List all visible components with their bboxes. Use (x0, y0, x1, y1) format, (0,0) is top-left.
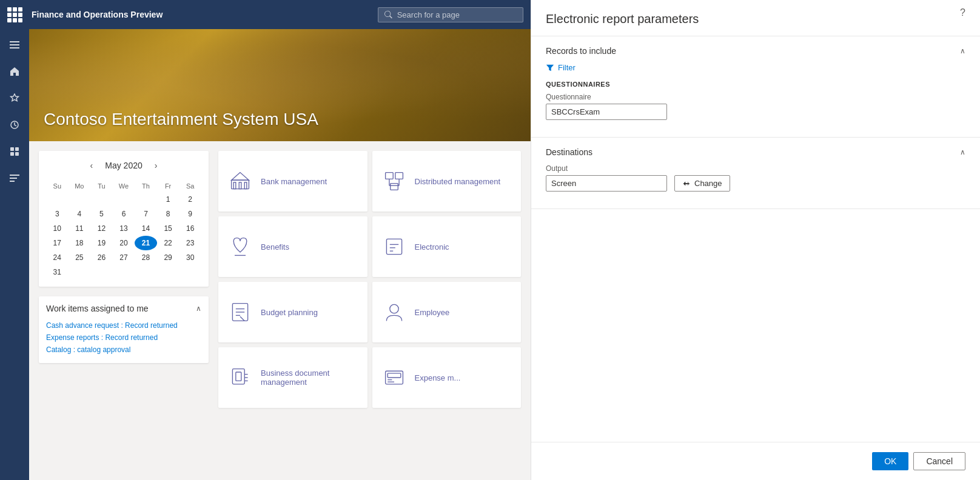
calendar-day[interactable]: 24 (46, 250, 69, 265)
calendar-day[interactable]: 31 (46, 265, 69, 279)
calendar-day[interactable]: 17 (46, 236, 69, 250)
home-icon[interactable] (4, 61, 25, 82)
favorites-icon[interactable] (4, 87, 25, 109)
calendar-day[interactable]: 15 (157, 221, 180, 236)
module-tile-employee[interactable]: Employee (372, 282, 522, 342)
calendar-day[interactable]: 21 (135, 236, 157, 250)
filter-link[interactable]: Filter (546, 63, 965, 72)
svg-rect-15 (244, 182, 247, 189)
work-item-link[interactable]: Cash advance request : Record returned (46, 319, 201, 332)
module-tile-distributed-management[interactable]: Distributed management (372, 151, 522, 212)
records-collapse-button[interactable]: ∧ (960, 47, 965, 55)
questionnaire-field-group: Questionnaire (546, 93, 965, 120)
calendar-day[interactable]: 22 (157, 236, 180, 250)
output-input[interactable] (546, 175, 667, 192)
module-tile-business-document-management[interactable]: Business document management (218, 347, 368, 408)
module-tile-expense-management[interactable]: Expense m... (372, 347, 522, 408)
workspaces-icon[interactable] (4, 141, 25, 162)
employee-icon (382, 300, 406, 324)
calendar-day[interactable]: 26 (90, 250, 113, 265)
svg-rect-14 (239, 182, 241, 189)
questionnaire-label: Questionnaire (546, 93, 965, 101)
calendar-day[interactable]: 13 (113, 221, 135, 236)
calendar-day-header: Mo (69, 180, 91, 192)
recent-icon[interactable] (4, 114, 25, 136)
questionnaire-input[interactable] (546, 104, 667, 120)
apps-grid-icon[interactable] (7, 7, 22, 22)
calendar-day[interactable]: 23 (179, 236, 201, 250)
calendar-day[interactable]: 14 (135, 221, 157, 236)
panel-title: Electronic report parameters (546, 12, 965, 26)
work-items-title: Work items assigned to me (46, 304, 149, 313)
calendar-day[interactable]: 10 (46, 221, 69, 236)
calendar-day[interactable]: 27 (113, 250, 135, 265)
filter-icon (546, 64, 554, 72)
search-bar[interactable] (378, 7, 523, 22)
document-icon (228, 365, 252, 390)
calendar-day[interactable]: 29 (157, 250, 180, 265)
svg-rect-34 (236, 372, 241, 381)
svg-rect-39 (388, 373, 401, 378)
modules-icon[interactable] (4, 167, 25, 189)
search-input[interactable] (397, 10, 517, 19)
calendar-day[interactable]: 12 (90, 221, 113, 236)
calendar-day[interactable]: 1 (157, 192, 180, 207)
calendar-day[interactable]: 19 (90, 236, 113, 250)
calendar-day[interactable]: 5 (90, 207, 113, 221)
svg-rect-6 (10, 152, 14, 156)
cancel-button[interactable]: Cancel (913, 452, 965, 470)
module-tile-benefits[interactable]: Benefits (218, 216, 368, 277)
calendar-day[interactable]: 8 (157, 207, 180, 221)
calendar-day[interactable]: 20 (113, 236, 135, 250)
calendar-day[interactable]: 16 (179, 221, 201, 236)
calendar-day (113, 265, 135, 279)
calendar-day[interactable]: 11 (69, 221, 91, 236)
calendar-day[interactable]: 4 (69, 207, 91, 221)
calendar-day (90, 192, 113, 207)
calendar-day[interactable]: 7 (135, 207, 157, 221)
calendar-day-header: Su (46, 180, 69, 192)
dashboard-area: ‹ May 2020 › SuMoTuWeThFrSa 123456789101… (29, 141, 531, 480)
distributed-icon (382, 169, 406, 193)
help-icon[interactable]: ? (960, 7, 965, 18)
calendar-day (90, 265, 113, 279)
destinations-collapse-button[interactable]: ∧ (960, 148, 965, 156)
calendar-day[interactable]: 2 (179, 192, 201, 207)
work-items-collapse-button[interactable]: ∧ (196, 304, 201, 313)
change-button[interactable]: Change (674, 175, 730, 192)
ok-button[interactable]: OK (872, 452, 908, 470)
hamburger-menu-icon[interactable] (4, 34, 25, 56)
questionnaires-label: QUESTIONNAIRES (546, 81, 965, 88)
svg-rect-13 (233, 182, 236, 189)
app-title: Finance and Operations Preview (32, 10, 368, 19)
work-item-link[interactable]: Expense reports : Record returned (46, 332, 201, 344)
tile-label: Benefits (261, 242, 289, 252)
svg-rect-18 (390, 184, 398, 190)
calendar-day[interactable]: 6 (113, 207, 135, 221)
svg-rect-1 (10, 44, 19, 45)
work-items-section: Work items assigned to me ∧ Cash advance… (39, 296, 209, 363)
calendar-day-header: Th (135, 180, 157, 192)
work-item-link[interactable]: Catalog : catalog approval (46, 344, 201, 356)
calendar-day[interactable]: 9 (179, 207, 201, 221)
budget-icon (228, 300, 252, 324)
svg-rect-16 (385, 173, 393, 179)
svg-marker-12 (232, 173, 249, 181)
calendar-day[interactable]: 25 (69, 250, 91, 265)
module-tile-bank-management[interactable]: Bank management (218, 151, 368, 212)
module-tile-budget-planning[interactable]: Budget planning (218, 282, 368, 342)
module-tile-electronic[interactable]: Electronic (372, 216, 522, 277)
calendar-day[interactable]: 18 (69, 236, 91, 250)
svg-point-32 (389, 304, 398, 313)
destinations-section-header: Destinations ∧ (546, 147, 965, 157)
top-navigation: Finance and Operations Preview (0, 0, 531, 29)
output-row: Change (546, 175, 965, 192)
calendar-day[interactable]: 30 (179, 250, 201, 265)
calendar-prev-button[interactable]: ‹ (86, 158, 98, 173)
svg-rect-33 (232, 369, 244, 384)
calendar-day[interactable]: 28 (135, 250, 157, 265)
calendar-next-button[interactable]: › (150, 158, 163, 173)
calendar-widget: ‹ May 2020 › SuMoTuWeThFrSa 123456789101… (39, 151, 209, 287)
calendar-day (69, 265, 91, 279)
calendar-day[interactable]: 3 (46, 207, 69, 221)
